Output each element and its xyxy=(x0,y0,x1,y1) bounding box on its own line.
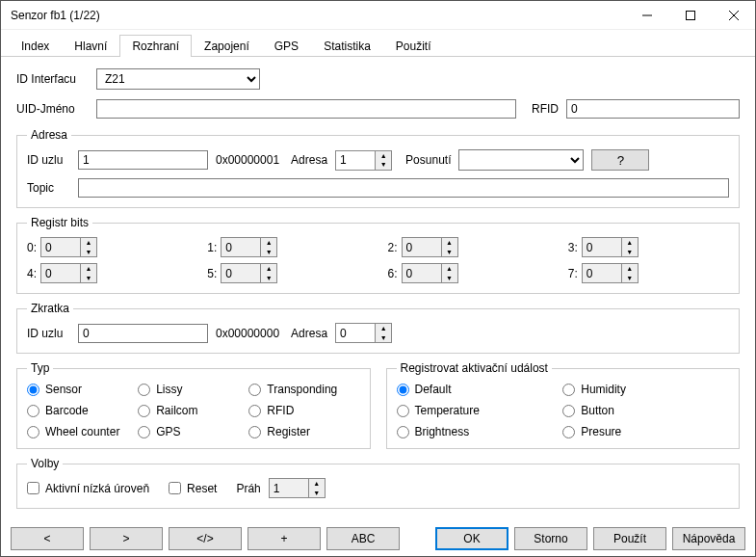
regbit-5-up[interactable]: ▲ xyxy=(261,264,276,274)
prah-spinner[interactable]: ▲▼ xyxy=(269,478,326,498)
next-button[interactable]: > xyxy=(90,527,163,550)
regbit-6-down[interactable]: ▼ xyxy=(442,274,457,283)
regbit-0-up[interactable]: ▲ xyxy=(81,238,96,248)
regbit-0-spinner[interactable]: ▲▼ xyxy=(40,237,97,257)
typ-radio-2-input[interactable] xyxy=(248,384,261,396)
typ-radio-1-input[interactable] xyxy=(138,384,150,396)
tab-pouziti[interactable]: Použití xyxy=(383,35,444,57)
pouzit-button[interactable]: Použít xyxy=(593,527,666,550)
reg-radio-humidity[interactable]: Humidity xyxy=(562,383,729,396)
minimize-button[interactable] xyxy=(625,1,668,30)
adresa-adresa-spinner[interactable]: ▲▼ xyxy=(335,150,392,171)
regbit-2-spinner[interactable]: ▲▼ xyxy=(402,237,458,257)
storno-button[interactable]: Storno xyxy=(514,527,587,550)
prah-up[interactable]: ▲ xyxy=(309,479,325,489)
reg-radio-1-input[interactable] xyxy=(562,384,575,396)
zkratka-adresa-spinner[interactable]: ▲▼ xyxy=(335,323,392,343)
regbit-7-up[interactable]: ▲ xyxy=(622,264,638,274)
regbit-6-input[interactable] xyxy=(403,264,441,282)
close-button[interactable] xyxy=(712,1,755,30)
regbit-5-input[interactable] xyxy=(222,264,260,282)
regbit-1-spinner[interactable]: ▲▼ xyxy=(221,237,277,257)
tab-gps[interactable]: GPS xyxy=(262,35,311,57)
regbit-3-spinner[interactable]: ▲▼ xyxy=(582,237,639,257)
regbit-4-spinner[interactable]: ▲▼ xyxy=(40,263,97,283)
prev-button[interactable]: < xyxy=(11,527,84,550)
regbit-3-up[interactable]: ▲ xyxy=(622,238,638,248)
reg-radio-presure[interactable]: Presure xyxy=(562,425,729,438)
regbit-5-spinner[interactable]: ▲▼ xyxy=(221,263,277,283)
reg-radio-brightness[interactable]: Brightness xyxy=(397,425,563,438)
adresa-adresa-down[interactable]: ▼ xyxy=(376,160,391,170)
reg-radio-temperature[interactable]: Temperature xyxy=(397,404,563,417)
regbit-1-up[interactable]: ▲ xyxy=(261,238,276,248)
regbit-3-input[interactable] xyxy=(583,238,621,256)
regbit-7-down[interactable]: ▼ xyxy=(622,274,638,283)
topic-input[interactable] xyxy=(78,178,729,198)
typ-radio-barcode[interactable]: Barcode xyxy=(27,404,138,417)
regbit-2-input[interactable] xyxy=(403,238,441,256)
regbit-1-down[interactable]: ▼ xyxy=(261,248,276,257)
regbit-0-input[interactable] xyxy=(41,238,80,256)
reset-input[interactable] xyxy=(169,482,181,494)
reg-radio-0-input[interactable] xyxy=(397,384,409,396)
regbit-6-up[interactable]: ▲ xyxy=(442,264,457,274)
regbit-2-down[interactable]: ▼ xyxy=(442,248,457,257)
typ-radio-0-input[interactable] xyxy=(27,384,39,396)
id-interface-select[interactable]: Z21 xyxy=(96,68,260,90)
typ-radio-railcom[interactable]: Railcom xyxy=(138,404,248,417)
typ-radio-rfid[interactable]: RFID xyxy=(248,404,359,417)
regbit-3-down[interactable]: ▼ xyxy=(622,248,638,257)
active-low-input[interactable] xyxy=(27,482,39,494)
posunuti-help-button[interactable]: ? xyxy=(591,149,649,171)
code-button[interactable]: </> xyxy=(169,527,242,550)
zkratka-adresa-down[interactable]: ▼ xyxy=(376,333,391,343)
regbit-1-input[interactable] xyxy=(222,238,260,256)
regbit-4-up[interactable]: ▲ xyxy=(81,264,96,274)
typ-radio-4-input[interactable] xyxy=(138,405,150,417)
typ-radio-gps[interactable]: GPS xyxy=(138,425,248,438)
typ-radio-6-input[interactable] xyxy=(27,426,39,438)
regbit-7-spinner[interactable]: ▲▼ xyxy=(582,263,639,283)
tab-index[interactable]: Index xyxy=(9,35,62,57)
typ-radio-sensor[interactable]: Sensor xyxy=(27,383,138,396)
typ-radio-5-input[interactable] xyxy=(248,405,261,417)
reg-radio-3-input[interactable] xyxy=(562,405,575,417)
zkratka-iduzlu-input[interactable] xyxy=(78,324,208,343)
reg-radio-5-input[interactable] xyxy=(562,426,575,438)
prah-input[interactable] xyxy=(270,479,308,497)
regbit-6-spinner[interactable]: ▲▼ xyxy=(402,263,458,283)
tab-hlavni[interactable]: Hlavní xyxy=(62,35,119,57)
tab-rozhrani[interactable]: Rozhraní xyxy=(119,35,192,57)
posunuti-select[interactable] xyxy=(458,149,584,171)
napoveda-button[interactable]: Nápověda xyxy=(672,527,745,550)
typ-radio-transponding[interactable]: Transponding xyxy=(248,383,359,396)
tab-statistika[interactable]: Statistika xyxy=(311,35,383,57)
adresa-adresa-input[interactable] xyxy=(336,151,375,170)
prah-down[interactable]: ▼ xyxy=(309,489,325,498)
rfid-input[interactable] xyxy=(566,99,740,119)
typ-radio-3-input[interactable] xyxy=(27,405,39,417)
typ-radio-lissy[interactable]: Lissy xyxy=(138,383,248,396)
regbit-4-input[interactable] xyxy=(41,264,80,282)
typ-radio-8-input[interactable] xyxy=(248,426,261,438)
regbit-5-down[interactable]: ▼ xyxy=(261,274,276,283)
reg-radio-2-input[interactable] xyxy=(397,405,409,417)
zkratka-adresa-input[interactable] xyxy=(336,324,375,342)
typ-radio-wheel-counter[interactable]: Wheel counter xyxy=(27,425,138,438)
abc-button[interactable]: ABC xyxy=(326,527,400,550)
regbit-0-down[interactable]: ▼ xyxy=(81,248,96,257)
ok-button[interactable]: OK xyxy=(435,527,508,550)
reg-radio-button[interactable]: Button xyxy=(562,404,729,417)
zkratka-adresa-up[interactable]: ▲ xyxy=(376,324,391,333)
typ-radio-7-input[interactable] xyxy=(138,426,150,438)
reset-checkbox[interactable]: Reset xyxy=(169,482,217,495)
active-low-checkbox[interactable]: Aktivní nízká úroveň xyxy=(27,482,149,495)
uid-name-input[interactable] xyxy=(96,99,516,119)
adresa-adresa-up[interactable]: ▲ xyxy=(376,151,391,161)
typ-radio-register[interactable]: Register xyxy=(248,425,359,438)
reg-radio-4-input[interactable] xyxy=(397,426,409,438)
adresa-iduzlu-input[interactable] xyxy=(78,150,208,170)
reg-radio-default[interactable]: Default xyxy=(397,383,563,396)
regbit-7-input[interactable] xyxy=(583,264,621,282)
